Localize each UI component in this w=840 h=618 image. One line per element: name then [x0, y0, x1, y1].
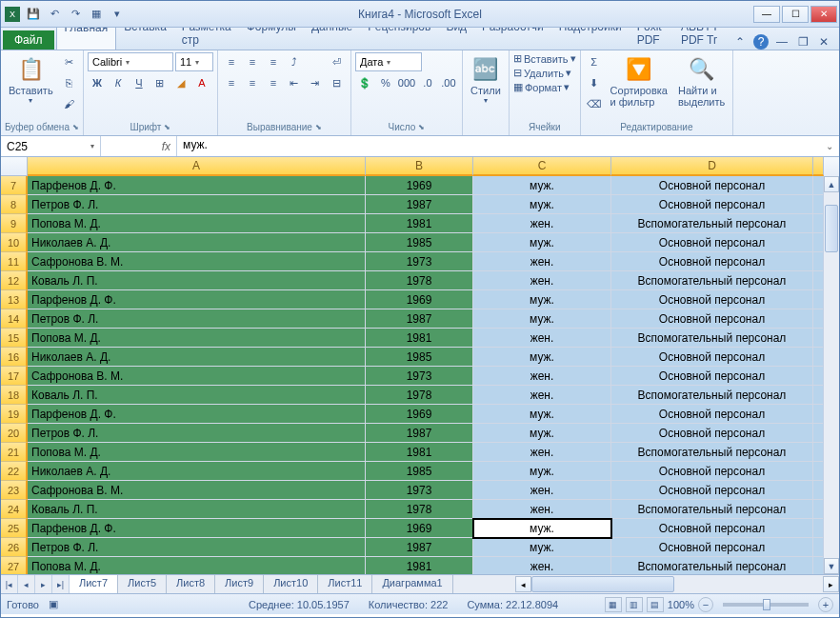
row-header[interactable]: 24 [1, 500, 28, 519]
row-header[interactable]: 13 [1, 290, 28, 309]
cell[interactable]: 1978 [366, 386, 473, 405]
orientation-button[interactable]: ⤴ [285, 52, 304, 71]
column-header-c[interactable]: C [473, 157, 611, 176]
currency-button[interactable]: 💲 [355, 73, 374, 92]
cell[interactable]: Коваль Л. П. [28, 271, 366, 290]
cell[interactable]: жен. [473, 500, 611, 519]
cell[interactable]: жен. [473, 329, 611, 348]
cell[interactable]: жен. [473, 443, 611, 462]
sheet-tab[interactable]: Лист8 [167, 575, 215, 593]
cell[interactable]: жен. [473, 252, 611, 271]
align-center-button[interactable]: ≡ [243, 73, 262, 92]
fx-button[interactable]: fx [101, 136, 177, 156]
cell[interactable]: 1978 [366, 500, 473, 519]
decimal-inc-button[interactable]: .0 [418, 73, 437, 92]
horizontal-scrollbar[interactable]: ◂ ▸ [515, 575, 839, 593]
sheet-tab[interactable]: Лист10 [264, 575, 318, 593]
qat-dropdown-icon[interactable]: ▾ [108, 5, 127, 24]
cell[interactable]: Вспомогательный персонал [611, 386, 813, 405]
font-color-button[interactable]: A [192, 73, 211, 92]
cell[interactable]: жен. [473, 557, 611, 574]
cell[interactable]: 1969 [366, 405, 473, 424]
cell[interactable]: 1969 [366, 519, 473, 538]
qat-btn-4[interactable]: ▦ [87, 5, 106, 24]
cell[interactable]: муж. [473, 195, 611, 214]
row-header[interactable]: 14 [1, 309, 28, 329]
sheet-tab[interactable]: Диаграмма1 [372, 575, 452, 593]
scroll-right-button[interactable]: ▸ [823, 576, 839, 592]
cell[interactable]: муж. [473, 424, 611, 443]
border-button[interactable]: ⊞ [150, 73, 170, 92]
cell[interactable]: 1987 [366, 424, 473, 443]
cell[interactable]: 1981 [366, 443, 473, 462]
cell[interactable]: Николаев А. Д. [28, 462, 366, 481]
cell[interactable]: Вспомогательный персонал [611, 443, 813, 462]
row-header[interactable]: 11 [1, 252, 28, 271]
row-header[interactable]: 22 [1, 462, 28, 481]
sheet-tab[interactable]: Лист9 [215, 575, 264, 593]
cell[interactable]: Николаев А. Д. [28, 233, 366, 252]
cell[interactable]: Основной персонал [611, 367, 813, 386]
row-header[interactable]: 25 [1, 519, 28, 538]
cell[interactable]: 1981 [366, 214, 473, 233]
cell[interactable]: Основной персонал [611, 176, 813, 195]
cell[interactable]: муж. [473, 176, 611, 195]
cell[interactable]: жен. [473, 481, 611, 500]
paste-button[interactable]: 📋 Вставить ▾ [5, 52, 57, 107]
cell[interactable]: Вспомогательный персонал [611, 329, 813, 348]
formula-input[interactable]: муж. [177, 136, 820, 156]
align-top-button[interactable]: ≡ [222, 52, 241, 71]
row-header[interactable]: 17 [1, 367, 28, 386]
row-header[interactable]: 10 [1, 233, 28, 252]
number-format-combo[interactable]: Дата▾ [355, 52, 422, 71]
alignment-dialog-icon[interactable]: ⬊ [315, 123, 322, 131]
cell[interactable]: муж. [473, 519, 611, 538]
align-bottom-button[interactable]: ≡ [264, 52, 283, 71]
cell[interactable]: 1981 [366, 557, 473, 574]
clear-button[interactable]: ⌫ [585, 94, 604, 113]
cell[interactable]: Петров Ф. Л. [28, 309, 366, 329]
cell[interactable]: Парфенов Д. Ф. [28, 405, 366, 424]
column-header-e[interactable] [813, 157, 824, 176]
fill-button[interactable]: ⬇ [585, 73, 604, 92]
row-header[interactable]: 27 [1, 557, 28, 574]
undo-icon[interactable]: ↶ [45, 5, 64, 24]
save-icon[interactable]: 💾 [24, 5, 43, 24]
maximize-button[interactable]: ☐ [782, 6, 809, 23]
cell[interactable]: муж. [473, 348, 611, 367]
cell[interactable]: Попова М. Д. [28, 557, 366, 574]
name-box[interactable]: C25▾ [1, 136, 101, 156]
ribbon-minimize-icon[interactable]: ⌃ [732, 34, 748, 50]
file-tab[interactable]: Файл [3, 30, 54, 50]
cut-icon[interactable]: ✂ [60, 52, 79, 71]
row-header[interactable]: 7 [1, 176, 28, 195]
cell[interactable]: муж. [473, 462, 611, 481]
font-name-combo[interactable]: Calibri▾ [88, 52, 173, 71]
cell[interactable]: Коваль Л. П. [28, 500, 366, 519]
row-header[interactable]: 8 [1, 195, 28, 214]
cell[interactable]: 1969 [366, 176, 473, 195]
row-header[interactable]: 21 [1, 443, 28, 462]
cell[interactable]: 1969 [366, 290, 473, 309]
row-header[interactable]: 16 [1, 348, 28, 367]
cell[interactable]: Сафронова В. М. [28, 367, 366, 386]
copy-icon[interactable]: ⎘ [60, 73, 79, 92]
cell[interactable]: 1987 [366, 195, 473, 214]
row-header[interactable]: 23 [1, 481, 28, 500]
cell[interactable]: Коваль Л. П. [28, 386, 366, 405]
row-header[interactable]: 12 [1, 271, 28, 290]
cell[interactable]: Основной персонал [611, 424, 813, 443]
cell[interactable]: жен. [473, 214, 611, 233]
fill-color-button[interactable]: ◢ [171, 73, 190, 92]
cell[interactable]: муж. [473, 290, 611, 309]
wrap-text-button[interactable]: ⏎ [328, 52, 347, 71]
cell[interactable]: 1973 [366, 481, 473, 500]
doc-restore-icon[interactable]: ❐ [795, 34, 810, 50]
column-header-a[interactable]: A [28, 157, 366, 176]
cell[interactable]: 1981 [366, 329, 473, 348]
sheet-nav-prev[interactable]: ◂ [18, 575, 35, 593]
scroll-up-button[interactable]: ▲ [824, 176, 839, 192]
cell[interactable]: 1978 [366, 271, 473, 290]
row-header[interactable]: 15 [1, 329, 28, 348]
font-size-combo[interactable]: 11▾ [175, 52, 213, 71]
